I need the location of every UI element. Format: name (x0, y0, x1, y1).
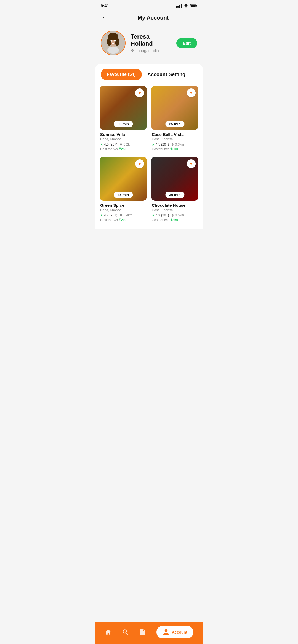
svg-point-7 (115, 37, 119, 46)
food-name-1: Case Bella Vista (152, 132, 198, 137)
search-icon (122, 629, 129, 636)
time-badge-3: 30 min (165, 192, 184, 198)
home-icon (105, 629, 112, 636)
food-name-3: Chocolate House (152, 203, 198, 208)
time-badge-0: 60 min (114, 121, 133, 127)
heart-button-1[interactable]: ♥ (187, 88, 196, 97)
back-button[interactable]: ← (101, 13, 109, 22)
profile-location: Itanagar,India (131, 49, 171, 53)
svg-rect-2 (191, 5, 196, 7)
heart-button-3[interactable]: ♥ (187, 159, 196, 168)
food-rating-1: ★4.5 (20+) (152, 143, 169, 146)
svg-point-10 (111, 40, 112, 41)
food-meta-2: ★4.2 (20+) 0.4km (100, 213, 146, 217)
food-cost-2: Cost for two ₹200 (100, 218, 146, 222)
header: ← My Account (95, 10, 203, 28)
favourite-tab[interactable]: Favourite (54) (101, 69, 142, 80)
avatar (101, 31, 126, 55)
food-card-0[interactable]: ♥ 60 min Sunrise Villa Cona, Khonsa ★4.0… (100, 86, 147, 152)
svg-rect-1 (196, 5, 197, 6)
tab-section: Favourite (54) Account Setting (95, 64, 203, 83)
food-location-1: Cona, Khonsa (152, 137, 198, 141)
status-icons (176, 4, 197, 8)
nav-home[interactable] (105, 629, 112, 636)
edit-button[interactable]: Edit (176, 38, 197, 48)
account-icon (163, 629, 170, 636)
food-distance-0: 0.2km (119, 143, 132, 146)
svg-point-11 (115, 40, 115, 41)
food-card-1[interactable]: ♥ 25 min Case Bella Vista Cona, Khonsa ★… (151, 86, 198, 152)
location-icon (131, 49, 134, 53)
svg-point-6 (107, 37, 111, 46)
food-cost-3: Cost for two ₹350 (152, 218, 198, 222)
nav-account[interactable]: Account (156, 626, 193, 638)
food-location-0: Cona, Khonsa (100, 137, 146, 141)
food-location-3: Cona, Khonsa (152, 208, 198, 212)
nav-orders[interactable] (139, 629, 146, 636)
bottom-nav: Account (95, 622, 203, 644)
food-location-2: Cona, Khonsa (100, 208, 146, 212)
signal-icon (176, 4, 182, 8)
food-meta-0: ★4.0 (20+) 0.2km (100, 143, 146, 146)
food-card-2[interactable]: ♥ 45 min Green Spice Cona, Khonsa ★4.2 (… (100, 157, 147, 223)
food-rating-0: ★4.0 (20+) (100, 143, 117, 146)
avatar-image (101, 31, 125, 55)
heart-icon-2: ♥ (138, 161, 141, 166)
wifi-icon (183, 4, 188, 8)
food-name-2: Green Spice (100, 203, 146, 208)
food-card-3[interactable]: ♥ 30 min Chocolate House Cona, Khonsa ★4… (151, 157, 198, 223)
location-text: Itanagar,India (135, 49, 159, 53)
status-time: 9:41 (101, 3, 109, 8)
heart-icon-0: ♥ (138, 90, 141, 95)
food-distance-3: 0.5km (171, 213, 184, 217)
profile-name: Teresa Holland (131, 33, 171, 47)
page-title: My Account (109, 15, 197, 21)
profile-section: Teresa Holland Itanagar,India Edit (95, 28, 203, 64)
food-cost-0: Cost for two ₹250 (100, 147, 146, 151)
account-setting-tab[interactable]: Account Setting (147, 69, 185, 80)
svg-rect-12 (112, 43, 115, 44)
heart-button-2[interactable]: ♥ (135, 159, 144, 168)
svg-point-14 (107, 46, 119, 54)
food-meta-3: ★4.3 (20+) 0.5km (152, 213, 198, 217)
heart-icon-1: ♥ (190, 90, 193, 95)
nav-account-label: Account (172, 630, 187, 634)
food-distance-1: 0.3km (171, 143, 184, 146)
heart-button-0[interactable]: ♥ (135, 88, 144, 97)
battery-icon (190, 4, 197, 8)
food-rating-3: ★4.3 (20+) (152, 213, 169, 217)
status-bar: 9:41 (95, 0, 203, 10)
nav-search[interactable] (122, 629, 129, 636)
heart-icon-3: ♥ (190, 161, 193, 166)
food-rating-2: ★4.2 (20+) (100, 213, 117, 217)
food-name-0: Sunrise Villa (100, 132, 146, 137)
orders-icon (139, 629, 146, 636)
profile-info: Teresa Holland Itanagar,India (131, 33, 171, 53)
food-meta-1: ★4.5 (20+) 0.3km (152, 143, 198, 146)
food-cost-1: Cost for two ₹300 (152, 147, 198, 151)
time-badge-1: 25 min (165, 121, 184, 127)
food-distance-2: 0.4km (119, 213, 132, 217)
food-grid: ♥ 60 min Sunrise Villa Cona, Khonsa ★4.0… (95, 83, 203, 229)
time-badge-2: 45 min (114, 192, 133, 198)
